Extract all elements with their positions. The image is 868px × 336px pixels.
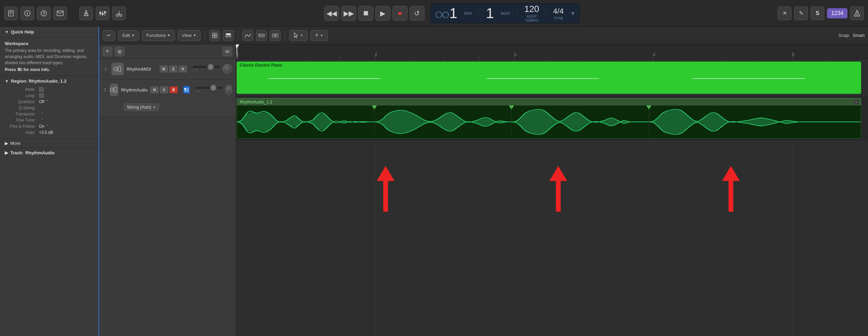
audio-region-header: RhythmAudio_1.2 ✕ — [237, 98, 861, 106]
record-button[interactable]: ● — [392, 6, 408, 21]
track-2-volume-thumb[interactable] — [210, 85, 216, 91]
mixer-icon-btn[interactable] — [96, 6, 109, 20]
ruler-sub-2 — [305, 56, 306, 58]
track-add-bar: + ⊞ ✉ — [99, 44, 236, 59]
timeline-area: 1 2 3 4 5 — [236, 44, 868, 336]
arrow-edit-btn[interactable] — [270, 30, 281, 41]
flex-follow-stepper[interactable]: On ⌃ — [39, 124, 49, 129]
snap-value: Smart — [853, 33, 865, 38]
edit-menu[interactable]: Edit ▼ — [118, 30, 139, 41]
pointer-tool-btn[interactable]: ▼ — [289, 30, 308, 41]
pencil-btn[interactable]: ✎ — [794, 6, 808, 20]
track-2-pan-knob[interactable] — [225, 85, 232, 95]
metronome-icon-btn[interactable] — [79, 6, 93, 20]
red-arrow-2-shaft — [556, 181, 561, 212]
finetune-stepper-arrow[interactable]: ⌃ — [40, 118, 44, 123]
svg-rect-35 — [118, 67, 121, 71]
loop-label: Loop: — [5, 93, 39, 98]
tempo-keep-label: KEEP — [527, 14, 537, 18]
mute-label: Mute: — [5, 87, 39, 92]
time-signature-display[interactable]: 4/4 Cmaj — [553, 7, 564, 20]
track-2-volume-slider[interactable] — [195, 87, 223, 89]
list-view-btn[interactable] — [223, 30, 234, 41]
track-2-mute-btn[interactable]: M — [150, 86, 159, 93]
loop-checkbox[interactable] — [39, 93, 44, 98]
mute-checkbox[interactable] — [39, 87, 44, 92]
ruler-sub-4 — [410, 56, 410, 58]
doc-icon-btn[interactable] — [4, 6, 18, 20]
track-2-rec-btn[interactable]: R — [170, 86, 178, 93]
gain-row: Gain: +3.5 dB — [5, 129, 94, 136]
playhead-triangle-icon — [236, 44, 239, 48]
ruler-sub-11 — [723, 56, 723, 58]
svg-rect-38 — [114, 87, 117, 92]
track-inspector-header[interactable]: ▶ Track: RhythmAudio — [5, 150, 94, 155]
mute-row: Mute: — [5, 86, 94, 93]
track-options-button[interactable]: ✉ — [223, 47, 232, 56]
duplicate-track-button[interactable]: ⊞ — [115, 47, 124, 56]
ruler-marker-1: 1 — [237, 52, 239, 57]
snap-label: Snap: — [838, 33, 850, 38]
view-dropdown-icon: ▼ — [193, 33, 197, 37]
track-1-volume-slider[interactable] — [192, 66, 220, 68]
more-header[interactable]: ▶ More — [5, 141, 94, 146]
track-1-pan-knob[interactable] — [223, 64, 232, 74]
plus-tool-btn[interactable]: + ▼ — [310, 30, 328, 41]
tracks-area: + ⊞ ✉ 1 — [99, 44, 868, 336]
grid-view-btn[interactable] — [209, 30, 220, 41]
track-2-solo-btn[interactable]: S — [160, 86, 168, 93]
back-button[interactable]: ↩ — [103, 30, 115, 41]
functions-menu[interactable]: Functions ▼ — [142, 30, 175, 41]
curve-view-btn[interactable] — [242, 30, 253, 41]
wave-edit-btn[interactable] — [256, 30, 267, 41]
transpose-stepper[interactable]: ⌃ — [39, 112, 44, 116]
cep-region[interactable]: Classic Electric Piano — [237, 61, 861, 94]
timeline-ruler[interactable]: 1 2 3 4 5 — [236, 44, 868, 59]
plus-dropdown-icon: ▼ — [320, 33, 323, 37]
metronome-right-btn[interactable] — [850, 6, 864, 20]
tempo-display[interactable]: 120 KEEP TEMPO — [524, 4, 539, 23]
display-divider2 — [517, 6, 518, 20]
help-icon-btn[interactable]: ? — [37, 6, 51, 20]
slicing-value: Slicing (Auto) — [127, 105, 151, 110]
loop-row: Loop: — [5, 93, 94, 99]
display-dropdown-arrow[interactable]: ▼ — [571, 11, 575, 16]
audio-region-container[interactable]: RhythmAudio_1.2 ✕ — [237, 98, 861, 139]
ruler-marker-3: 3 — [514, 52, 517, 57]
finetune-stepper[interactable]: ⌃ — [39, 118, 44, 123]
ruler-sub-5 — [444, 56, 445, 58]
track-1-volume-thumb[interactable] — [208, 64, 214, 70]
track-1-mute-btn[interactable]: M — [160, 66, 168, 72]
envelope-icon-btn[interactable] — [53, 6, 67, 20]
audio-region-label: RhythmAudio_1.2 — [240, 100, 272, 104]
play-button[interactable]: ▶ — [375, 6, 390, 21]
forward-button[interactable]: ▶▶ — [341, 6, 356, 21]
quantize-stepper-arrow[interactable]: ⌃ — [46, 99, 49, 104]
info-icon-btn[interactable]: i — [21, 6, 34, 20]
cycle-button[interactable]: ↺ — [410, 6, 425, 21]
slicing-dropdown[interactable]: Slicing (Auto) ▼ — [124, 103, 159, 111]
track-1-rec-btn[interactable]: R — [179, 66, 187, 72]
tempo-label: TEMPO — [525, 18, 538, 23]
svg-rect-34 — [114, 67, 117, 71]
scissors-icon-btn[interactable] — [112, 6, 126, 20]
stop-button[interactable]: ⏹ — [358, 6, 373, 21]
ruler-sub-1 — [271, 56, 271, 58]
check-btn[interactable]: ✕ — [778, 6, 791, 20]
track-1-solo-btn[interactable]: S — [169, 66, 177, 72]
rewind-button[interactable]: ◀◀ — [324, 6, 339, 21]
track-2-plugin-btn[interactable] — [183, 86, 190, 94]
red-arrow-1 — [377, 166, 395, 212]
view-menu[interactable]: View ▼ — [178, 30, 201, 41]
transpose-stepper-arrow[interactable]: ⌃ — [40, 112, 44, 116]
audio-region-close-btn[interactable]: ✕ — [853, 99, 859, 105]
flex-follow-stepper-arrow[interactable]: ⌃ — [46, 124, 49, 129]
track-2-controls: M S R — [150, 86, 178, 93]
region-inspector: ▼ Region: RhythmAudio_1.2 Mute: Loop: Qu… — [0, 76, 98, 139]
bar-label: BAR — [464, 11, 472, 15]
quantize-stepper[interactable]: Off ⌃ — [39, 99, 49, 104]
add-track-button[interactable]: + — [103, 47, 112, 56]
num-display[interactable]: 1234 — [827, 8, 847, 18]
s-btn[interactable]: S — [811, 6, 824, 20]
ruler-sub-12 — [757, 56, 758, 58]
